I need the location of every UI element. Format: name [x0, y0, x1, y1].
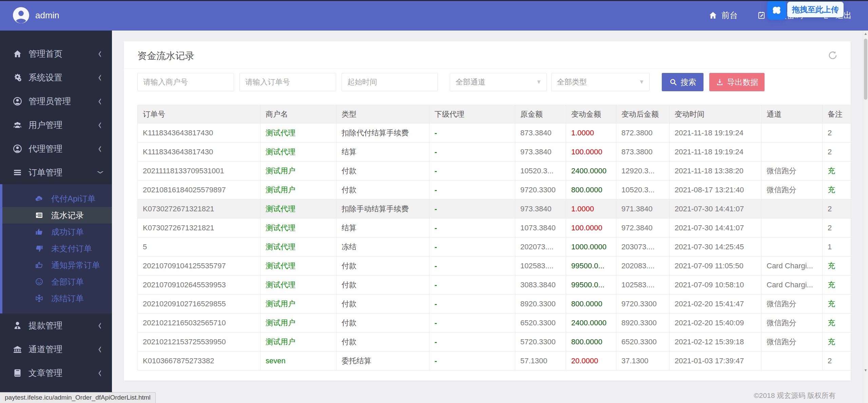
- scroll-thumb[interactable]: [864, 39, 867, 100]
- flow-table-body: K1118343643817430测试代理扣除代付结算手续费-873.38401…: [138, 123, 851, 370]
- amount-change-cell: 99500.0...: [566, 256, 616, 275]
- sidebar-item-label: 管理员管理: [28, 96, 98, 107]
- remark-cell: 充: [823, 161, 851, 180]
- sidebar-item-article-manage[interactable]: 文章管理‹: [0, 361, 112, 385]
- remark-cell: 2: [823, 123, 851, 142]
- bank-icon: [13, 345, 28, 354]
- flow-table: 订单号商户名类型下级代理原金额变动金额变动后金额变动时间通道备注K1118343…: [137, 105, 851, 370]
- merchant-cell: 测试代理: [261, 275, 336, 294]
- channel-select-value: 全部通道: [456, 77, 485, 87]
- sidebar-subitem-all-orders[interactable]: 全部订单: [2, 273, 112, 290]
- order-no-cell: K0730272671321821: [138, 218, 261, 237]
- sidebar-subitem-dfapi-orders[interactable]: 代付Api订单: [2, 190, 112, 207]
- channel-cell: 微信跑分: [761, 313, 823, 332]
- amount-before-cell: 202073....: [515, 237, 566, 256]
- amount-after-cell: 873.3800: [616, 142, 670, 161]
- channel-cell: [761, 218, 823, 237]
- amount-before-cell: 9720.3300: [515, 180, 566, 199]
- amount-before-cell: 873.3840: [515, 123, 566, 142]
- scroll-down-arrow[interactable]: ▼: [863, 368, 868, 372]
- sidebar-subitem-flow-records[interactable]: 流水记录: [2, 207, 112, 224]
- column-header: 商户名: [261, 105, 336, 123]
- chevron-left-icon: ‹: [98, 318, 102, 332]
- refresh-icon[interactable]: [828, 50, 838, 62]
- merchant-input[interactable]: [137, 73, 234, 91]
- sidebar-item-label: 通道管理: [28, 344, 98, 355]
- remark-cell: 1: [823, 237, 851, 256]
- merchant-cell: 测试代理: [261, 218, 336, 237]
- column-header: 通道: [761, 105, 823, 123]
- export-button[interactable]: 导出数据: [709, 73, 765, 91]
- type-select[interactable]: 全部类型 ▼: [551, 73, 650, 91]
- change-time-cell: 2021-02-20 15:41:47: [670, 294, 761, 313]
- avatar[interactable]: [13, 7, 29, 23]
- chevron-left-icon: ‹: [98, 366, 102, 380]
- sidebar-subitem-unpaid-orders[interactable]: 未支付订单: [2, 240, 112, 257]
- sidebar-item-agent-manage[interactable]: 代理管理‹: [0, 137, 112, 160]
- flow-table-wrap: 订单号商户名类型下级代理原金额变动金额变动后金额变动时间通道备注K1118343…: [137, 105, 851, 370]
- column-header: 订单号: [138, 105, 261, 123]
- search-button[interactable]: 搜索: [662, 73, 703, 91]
- table-row: 20210212165032565710测试用户付款-6520.33002400…: [138, 313, 851, 332]
- sidebar-item-label: 订单管理: [28, 167, 98, 178]
- sub-agent-cell: -: [429, 256, 515, 275]
- netdisk-cloud-icon[interactable]: [767, 0, 786, 20]
- amount-after-cell: 9720.3300: [616, 294, 670, 313]
- thumbs-up-icon: [35, 228, 51, 236]
- amount-after-cell: 6520.3300: [616, 332, 670, 351]
- sidebar-item-channel-manage[interactable]: 通道管理‹: [0, 337, 112, 361]
- order-input[interactable]: [239, 73, 336, 91]
- channel-cell: 微信跑分: [761, 332, 823, 351]
- table-row: K1118343643817430测试代理结算-973.3840100.0000…: [138, 142, 851, 161]
- amount-after-cell: 37.1300: [616, 351, 670, 370]
- channel-cell: [761, 351, 823, 370]
- search-button-label: 搜索: [681, 77, 696, 88]
- thumbs-down-icon: [35, 244, 51, 253]
- sidebar-subitem-frozen-orders[interactable]: 冻结订单: [2, 290, 112, 307]
- start-time-input[interactable]: [342, 73, 438, 91]
- smiley-icon: [35, 277, 51, 286]
- sidebar-item-admin-manage[interactable]: 管理员管理‹: [0, 89, 112, 113]
- order-no-cell: 20210209102716529855: [138, 294, 261, 313]
- scrollbar[interactable]: ▲ ▼: [863, 31, 868, 403]
- export-icon: [716, 78, 724, 86]
- channel-select[interactable]: 全部通道 ▼: [450, 73, 547, 91]
- channel-cell: [761, 237, 823, 256]
- type-cell: 冻结: [336, 237, 429, 256]
- sidebar-item-admin-home[interactable]: 管理首页‹: [0, 42, 112, 65]
- snowflake-icon: [35, 294, 51, 303]
- channel-cell: Card Chargi...: [761, 275, 823, 294]
- column-header: 下级代理: [429, 105, 515, 123]
- filter-bar: 全部通道 ▼ 全部类型 ▼ 搜索 导出数据: [124, 69, 851, 99]
- merchant-cell: 测试用户: [261, 180, 336, 199]
- type-select-value: 全部类型: [557, 77, 587, 87]
- edit-password-icon: [757, 11, 766, 20]
- order-no-cell: K1118343643817430: [138, 142, 261, 161]
- amount-before-cell: 102583....: [515, 256, 566, 275]
- chevron-left-icon: ‹: [98, 70, 102, 84]
- amount-change-cell: 1000.0000: [566, 237, 616, 256]
- sidebar-subitem-label: 未支付订单: [51, 243, 92, 254]
- username: admin: [35, 10, 59, 21]
- order-no-cell: K0730272671321821: [138, 199, 261, 218]
- amount-before-cell: 3083.3840: [515, 275, 566, 294]
- sidebar-item-order-manage[interactable]: 订单管理‹: [0, 160, 112, 184]
- sidebar-subitem-notify-error-orders[interactable]: 通知异常订单: [2, 257, 112, 273]
- sidebar-item-withdraw-manage[interactable]: 提款管理‹: [0, 313, 112, 337]
- order-no-cell: 20211118133709531001: [138, 161, 261, 180]
- user-circle-icon: [13, 97, 28, 106]
- amount-after-cell: 12920.3...: [616, 161, 670, 180]
- merchant-cell: 测试代理: [261, 142, 336, 161]
- sidebar-item-system-settings[interactable]: 系统设置‹: [0, 65, 112, 89]
- type-cell: 委托结算: [336, 351, 429, 370]
- remark-cell: 充: [823, 180, 851, 199]
- scroll-up-arrow[interactable]: ▲: [863, 32, 868, 36]
- sidebar-item-user-manage[interactable]: 用户管理‹: [0, 113, 112, 137]
- order-no-cell: 5: [138, 237, 261, 256]
- type-cell: 付款: [336, 275, 429, 294]
- nav-frontend[interactable]: 前台: [709, 10, 738, 21]
- menu-icon: [13, 168, 28, 177]
- table-row: 20210709104125535797测试代理付款-102583....995…: [138, 256, 851, 275]
- table-row: 20210209102716529855测试用户付款-8920.3300800.…: [138, 294, 851, 313]
- sidebar-subitem-success-orders[interactable]: 成功订单: [2, 224, 112, 240]
